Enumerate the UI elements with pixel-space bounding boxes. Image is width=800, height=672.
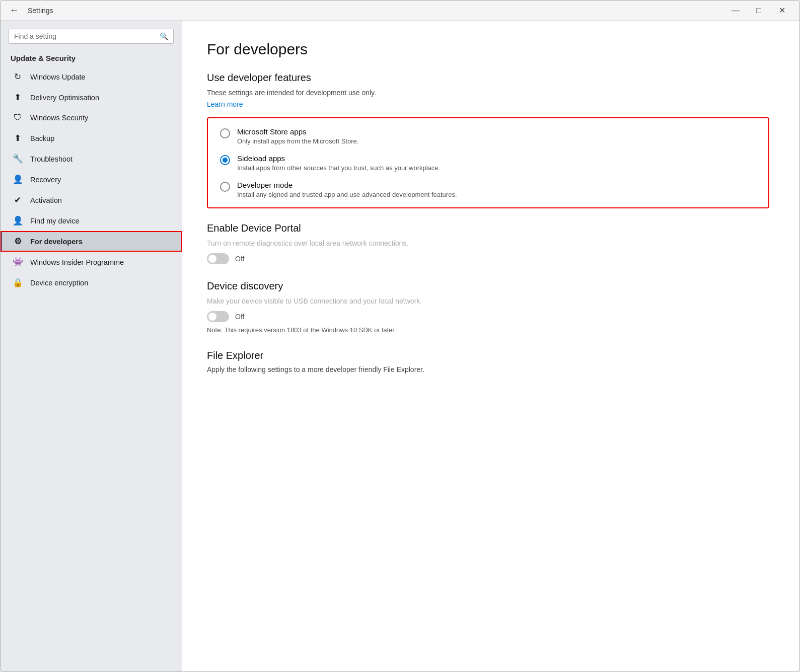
activation-icon: ✔ — [12, 195, 23, 205]
sidebar-item-for-developers[interactable]: ⚙ For developers — [1, 231, 182, 252]
sidebar-label-delivery-optimisation: Delivery Optimisation — [30, 94, 99, 102]
windows-insider-icon: 👾 — [12, 257, 23, 267]
window-controls: — □ ✕ — [724, 1, 793, 21]
content-area: 🔍 Update & Security ↻ Windows Update ⬆ D… — [1, 21, 799, 671]
developer-features-radio-group: Microsoft Store apps Only install apps f… — [207, 117, 769, 208]
sidebar-item-backup[interactable]: ⬆ Backup — [1, 128, 182, 148]
for-developers-icon: ⚙ — [12, 236, 23, 247]
radio-ms-store-label: Microsoft Store apps — [237, 127, 358, 136]
device-discovery-note: Note: This requires version 1803 of the … — [207, 326, 769, 334]
settings-window: ← Settings — □ ✕ 🔍 Update & Security ↻ W… — [0, 0, 800, 672]
sidebar-label-recovery: Recovery — [30, 176, 61, 184]
radio-dev-mode-text: Developer mode Install any signed and tr… — [237, 181, 457, 198]
radio-sideload-label: Sideload apps — [237, 154, 440, 163]
device-portal-desc: Turn on remote diagnostics over local ar… — [207, 239, 769, 247]
windows-update-icon: ↻ — [12, 71, 23, 82]
close-button[interactable]: ✕ — [770, 1, 793, 21]
sidebar-label-windows-update: Windows Update — [30, 73, 86, 81]
sidebar-item-recovery[interactable]: 👤 Recovery — [1, 169, 182, 190]
device-portal-toggle[interactable] — [207, 253, 229, 264]
recovery-icon: 👤 — [12, 174, 23, 185]
sidebar-section-title: Update & Security — [1, 48, 182, 66]
sidebar-item-device-encryption[interactable]: 🔒 Device encryption — [1, 272, 182, 293]
search-input[interactable] — [14, 32, 160, 40]
device-portal-title: Enable Device Portal — [207, 222, 769, 234]
windows-security-icon: 🛡 — [12, 113, 23, 123]
use-dev-features-desc: These settings are intended for developm… — [207, 89, 769, 97]
device-discovery-toggle[interactable] — [207, 311, 229, 322]
device-discovery-toggle-label: Off — [235, 313, 244, 321]
search-icon: 🔍 — [160, 32, 168, 40]
titlebar-title: Settings — [28, 7, 53, 15]
radio-sideload-text: Sideload apps Install apps from other so… — [237, 154, 440, 172]
page-title: For developers — [207, 41, 769, 58]
find-my-device-icon: 👤 — [12, 215, 23, 226]
backup-icon: ⬆ — [12, 133, 23, 143]
sidebar-label-for-developers: For developers — [30, 238, 83, 246]
troubleshoot-icon: 🔧 — [12, 154, 23, 164]
radio-sideload-desc: Install apps from other sources that you… — [237, 164, 440, 172]
use-developer-features-section: Use developer features These settings ar… — [207, 72, 769, 208]
sidebar-item-find-my-device[interactable]: 👤 Find my device — [1, 210, 182, 231]
delivery-optimisation-icon: ⬆ — [12, 92, 23, 103]
file-explorer-title: File Explorer — [207, 350, 769, 361]
radio-dev-mode-label: Developer mode — [237, 181, 457, 189]
main-content: For developers Use developer features Th… — [182, 21, 799, 671]
radio-option-sideload: Sideload apps Install apps from other so… — [220, 154, 756, 172]
sidebar-item-activation[interactable]: ✔ Activation — [1, 190, 182, 210]
maximize-button[interactable]: □ — [747, 1, 770, 21]
sidebar-item-delivery-optimisation[interactable]: ⬆ Delivery Optimisation — [1, 87, 182, 108]
sidebar-label-troubleshoot: Troubleshoot — [30, 155, 72, 163]
search-box[interactable]: 🔍 — [9, 29, 174, 44]
sidebar-item-windows-security[interactable]: 🛡 Windows Security — [1, 108, 182, 128]
device-portal-section: Enable Device Portal Turn on remote diag… — [207, 222, 769, 264]
sidebar-label-device-encryption: Device encryption — [30, 279, 88, 287]
device-portal-toggle-row: Off — [207, 253, 769, 264]
radio-sideload[interactable] — [220, 155, 230, 165]
device-discovery-title: Device discovery — [207, 280, 769, 292]
sidebar-item-windows-update[interactable]: ↻ Windows Update — [1, 66, 182, 87]
back-button[interactable]: ← — [7, 4, 22, 17]
sidebar-label-find-my-device: Find my device — [30, 217, 80, 225]
radio-dev-mode-desc: Install any signed and trusted app and u… — [237, 191, 457, 198]
titlebar: ← Settings — □ ✕ — [1, 1, 799, 21]
radio-dev-mode[interactable] — [220, 182, 230, 192]
device-discovery-section: Device discovery Make your device visibl… — [207, 280, 769, 334]
device-encryption-icon: 🔒 — [12, 277, 23, 288]
file-explorer-section: File Explorer Apply the following settin… — [207, 350, 769, 374]
radio-ms-store[interactable] — [220, 128, 230, 138]
sidebar-item-windows-insider[interactable]: 👾 Windows Insider Programme — [1, 252, 182, 272]
sidebar-label-activation: Activation — [30, 196, 62, 204]
sidebar-label-windows-security: Windows Security — [30, 114, 88, 122]
sidebar-label-windows-insider: Windows Insider Programme — [30, 258, 124, 266]
file-explorer-desc: Apply the following settings to a more d… — [207, 365, 769, 374]
use-dev-features-title: Use developer features — [207, 72, 769, 84]
device-portal-toggle-label: Off — [235, 255, 244, 263]
radio-option-dev-mode: Developer mode Install any signed and tr… — [220, 181, 756, 198]
sidebar-label-backup: Backup — [30, 134, 54, 142]
radio-ms-store-text: Microsoft Store apps Only install apps f… — [237, 127, 358, 145]
sidebar: 🔍 Update & Security ↻ Windows Update ⬆ D… — [1, 21, 182, 671]
radio-ms-store-desc: Only install apps from the Microsoft Sto… — [237, 137, 358, 145]
sidebar-item-troubleshoot[interactable]: 🔧 Troubleshoot — [1, 148, 182, 169]
minimize-button[interactable]: — — [724, 1, 747, 21]
device-discovery-desc: Make your device visible to USB connecti… — [207, 297, 769, 305]
radio-option-ms-store: Microsoft Store apps Only install apps f… — [220, 127, 756, 145]
device-discovery-toggle-row: Off — [207, 311, 769, 322]
learn-more-link[interactable]: Learn more — [207, 100, 243, 108]
